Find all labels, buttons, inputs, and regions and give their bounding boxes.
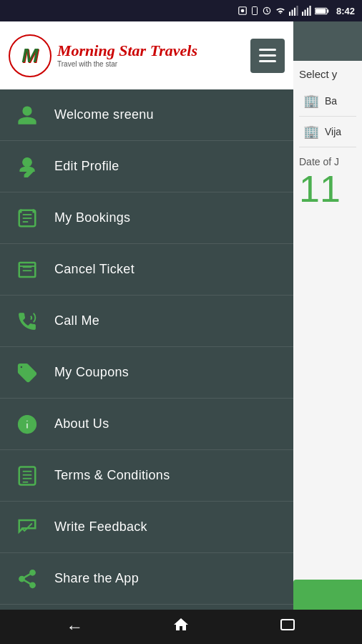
right-content: Select y 🏢 Ba 🏢 Vija Date of J 11 xyxy=(293,61,362,215)
share-icon xyxy=(14,566,40,592)
svg-rect-8 xyxy=(294,8,295,16)
user-icon xyxy=(14,102,40,128)
hamburger-button[interactable] xyxy=(250,39,285,73)
bookings-icon xyxy=(14,205,40,231)
location-icon-1: 🏢 xyxy=(303,93,319,109)
drawer-header: M Morning Star Travels Travel with the s… xyxy=(0,21,293,89)
svg-rect-11 xyxy=(304,10,305,16)
svg-line-35 xyxy=(24,580,31,583)
menu-item-about-us[interactable]: i About Us xyxy=(0,399,293,450)
svg-line-5 xyxy=(267,11,268,12)
menu-item-cancel-ticket[interactable]: Cancel Ticket xyxy=(0,244,293,296)
select-label: Select y xyxy=(299,68,356,80)
location-row-2[interactable]: 🏢 Vija xyxy=(299,117,356,147)
menu-item-call-me[interactable]: Call Me xyxy=(0,296,293,347)
svg-line-36 xyxy=(24,574,31,577)
menu-label-my-coupons: My Coupons xyxy=(54,365,129,380)
menu-item-feedback[interactable]: Write Feedback xyxy=(0,502,293,553)
svg-rect-37 xyxy=(281,620,294,630)
menu-item-terms[interactable]: Terms & Conditions xyxy=(0,450,293,502)
date-section: Date of J 11 xyxy=(299,156,356,208)
menu-label-welcome: Welcome sreenu xyxy=(54,107,154,122)
status-time: 8:42 xyxy=(336,6,355,16)
svg-rect-10 xyxy=(302,11,303,16)
feedback-icon xyxy=(14,514,40,540)
svg-point-1 xyxy=(241,9,245,13)
svg-text:i: i xyxy=(26,417,29,431)
about-us-icon: i xyxy=(14,411,40,437)
logo-circle: M xyxy=(9,34,52,77)
menu-label-share: Share the App xyxy=(54,571,139,586)
hamburger-line-3 xyxy=(259,60,276,62)
menu-label-about-us: About Us xyxy=(54,416,109,431)
date-number: 11 xyxy=(299,170,356,208)
drawer-menu: M Morning Star Travels Travel with the s… xyxy=(0,21,293,623)
date-label: Date of J xyxy=(299,156,356,167)
status-icons: 8:42 xyxy=(238,6,355,16)
location-row-1[interactable]: 🏢 Ba xyxy=(299,86,356,117)
menu-item-edit-profile[interactable]: Edit Profile xyxy=(0,141,293,192)
menu-label-call-me: Call Me xyxy=(54,313,99,328)
hamburger-line-1 xyxy=(259,49,276,51)
logo-title-travels: Travels xyxy=(150,42,197,59)
svg-rect-16 xyxy=(315,9,326,13)
svg-rect-2 xyxy=(252,7,257,15)
nav-bar: ← xyxy=(0,610,362,644)
nav-back-icon[interactable]: ← xyxy=(66,617,83,637)
svg-point-32 xyxy=(30,570,36,575)
svg-point-34 xyxy=(30,582,36,588)
menu-item-welcome[interactable]: Welcome sreenu xyxy=(0,89,293,141)
right-header xyxy=(293,21,362,61)
menu-list: Welcome sreenu Edit Profile xyxy=(0,89,293,623)
menu-item-share[interactable]: Share the App xyxy=(0,553,293,605)
logo-m-letter: M xyxy=(21,44,38,67)
nav-recent-icon[interactable] xyxy=(279,616,296,638)
location-text-2: Vija xyxy=(325,126,341,137)
svg-rect-6 xyxy=(289,11,290,16)
edit-profile-icon xyxy=(14,154,40,180)
logo-container: M Morning Star Travels Travel with the s… xyxy=(9,34,197,77)
main-content: M Morning Star Travels Travel with the s… xyxy=(0,21,362,623)
logo-subtitle: Travel with the star xyxy=(57,60,197,68)
cancel-ticket-icon xyxy=(14,257,40,283)
logo-text-area: Morning Star Travels Travel with the sta… xyxy=(57,43,197,68)
menu-item-my-coupons[interactable]: My Coupons xyxy=(0,347,293,399)
call-me-icon xyxy=(14,308,40,334)
hamburger-line-2 xyxy=(259,54,276,57)
logo-title-morning: Morning xyxy=(57,42,119,59)
menu-label-edit-profile: Edit Profile xyxy=(54,159,119,174)
svg-rect-7 xyxy=(291,10,293,16)
terms-icon xyxy=(14,463,40,489)
logo-title-star: Star xyxy=(119,42,150,59)
menu-label-my-bookings: My Bookings xyxy=(54,210,130,225)
menu-label-cancel-ticket: Cancel Ticket xyxy=(54,262,134,277)
status-bar: 8:42 xyxy=(0,0,362,21)
right-panel: Select y 🏢 Ba 🏢 Vija Date of J 11 xyxy=(293,21,362,623)
svg-rect-9 xyxy=(296,6,298,16)
menu-label-feedback: Write Feedback xyxy=(54,519,147,535)
location-icon-2: 🏢 xyxy=(303,124,319,140)
svg-rect-15 xyxy=(327,9,328,12)
svg-rect-13 xyxy=(309,6,310,16)
svg-rect-21 xyxy=(19,263,36,277)
svg-point-33 xyxy=(19,576,25,582)
logo-title: Morning Star Travels xyxy=(57,43,197,59)
coupons-icon xyxy=(14,360,40,386)
location-text-1: Ba xyxy=(325,95,337,107)
nav-home-icon[interactable] xyxy=(172,616,190,638)
svg-rect-12 xyxy=(307,8,308,16)
menu-item-my-bookings[interactable]: My Bookings xyxy=(0,192,293,244)
menu-label-terms: Terms & Conditions xyxy=(54,468,170,483)
